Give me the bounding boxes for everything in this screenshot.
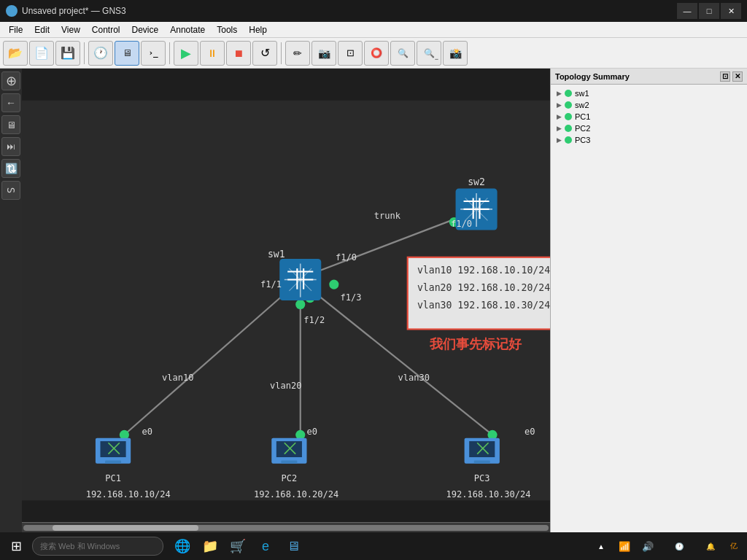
taskbar-time: 🕐: [661, 536, 697, 556]
new-file-button[interactable]: 📄: [29, 41, 54, 66]
hscroll-track[interactable]: [23, 525, 549, 531]
svg-text:e0: e0: [525, 427, 535, 437]
menu-file[interactable]: File: [3, 23, 28, 36]
topology-list: ▶ sw1 ▶ sw2 ▶ PC1 ▶ PC2 ▶ P: [551, 85, 747, 532]
taskbar: ⊞ 🌐 📁 🛒 e 🖥 ▲ 📶 🔊 🕐 🔔 亿: [0, 532, 747, 560]
taskbar-volume-icon[interactable]: 🔊: [638, 536, 658, 556]
menu-bar: File Edit View Control Device Annotate T…: [0, 22, 747, 38]
pan-button[interactable]: ⊕: [1, 71, 20, 90]
topo-item-pc3[interactable]: ▶ PC3: [554, 134, 744, 146]
forward-button[interactable]: ⏭: [1, 137, 20, 156]
topo-item-pc1[interactable]: ▶ PC1: [554, 111, 744, 122]
refresh-button[interactable]: 🔃: [1, 159, 20, 178]
topo-arrow-sw1: ▶: [557, 90, 562, 97]
oval-button[interactable]: ⭕: [364, 41, 389, 66]
topo-label-sw1: sw1: [575, 89, 589, 98]
svg-text:f1/0: f1/0: [336, 252, 357, 262]
svg-text:sw1: sw1: [268, 249, 285, 260]
stop-button[interactable]: ⏹: [226, 41, 251, 66]
svg-point-5: [329, 279, 338, 289]
topo-status-sw1: [565, 90, 572, 97]
menu-tools[interactable]: Tools: [211, 23, 243, 36]
svg-text:f1/3: f1/3: [341, 292, 362, 303]
svg-text:我们事先标记好: 我们事先标记好: [429, 337, 522, 351]
svg-text:vlan10: vlan10: [162, 373, 194, 383]
window-controls[interactable]: — □ ✕: [677, 3, 741, 19]
topo-arrow-pc3: ▶: [557, 136, 562, 144]
hscroll-thumb[interactable]: [53, 525, 198, 531]
devices-button[interactable]: 🖥: [115, 41, 139, 66]
reload-button[interactable]: ↺: [252, 41, 277, 66]
taskbar-app-store[interactable]: 🛒: [225, 534, 251, 559]
topo-arrow-pc1: ▶: [557, 113, 562, 120]
taskbar-app-explorer[interactable]: 📁: [197, 534, 223, 559]
window-title: Unsaved project* — GNS3: [22, 6, 126, 16]
taskbar-arrow-icon[interactable]: ▲: [591, 536, 611, 556]
menu-annotate[interactable]: Annotate: [164, 23, 211, 36]
taskbar-app-gns3[interactable]: 🖥: [280, 534, 306, 559]
svg-rect-38: [281, 460, 297, 463]
main-area: ⊕ ← 🖥 ⏭ 🔃 S: [0, 69, 747, 532]
topology-float-button[interactable]: ⊡: [720, 71, 730, 82]
svg-text:sw2: sw2: [468, 176, 485, 187]
topo-label-pc3: PC3: [575, 136, 590, 144]
console-button[interactable]: ›_: [141, 41, 166, 66]
svg-text:vlan10  192.168.10.10/24: vlan10 192.168.10.10/24: [417, 265, 550, 276]
zoom-in-button[interactable]: 🔍: [390, 41, 415, 66]
topology-close-button[interactable]: ✕: [732, 71, 743, 82]
topo-item-pc2[interactable]: ▶ PC2: [554, 122, 744, 134]
svg-text:e0: e0: [307, 427, 318, 437]
device-button[interactable]: 🖥: [1, 115, 20, 134]
close-button[interactable]: ✕: [721, 3, 741, 19]
screenshot-button[interactable]: 📷: [311, 41, 336, 66]
menu-view[interactable]: View: [55, 23, 86, 36]
topology-panel: Topology Summary ⊡ ✕ ▶ sw1 ▶ sw2 ▶ PC1: [550, 69, 747, 532]
left-sidebar: ⊕ ← 🖥 ⏭ 🔃 S: [0, 69, 22, 532]
taskbar-notification[interactable]: 🔔: [700, 536, 721, 556]
svg-text:e0: e0: [142, 427, 153, 437]
menu-help[interactable]: Help: [243, 23, 273, 36]
svg-text:vlan30: vlan30: [398, 373, 430, 383]
resize-button[interactable]: ⊡: [338, 41, 363, 66]
taskbar-app-ie[interactable]: 🌐: [169, 534, 196, 559]
menu-edit[interactable]: Edit: [28, 23, 55, 36]
annotate-button[interactable]: ✏: [285, 41, 310, 66]
menu-control[interactable]: Control: [86, 23, 126, 36]
maximize-button[interactable]: □: [699, 3, 719, 19]
taskbar-yisunyun[interactable]: 亿: [724, 536, 744, 556]
separator-1: [84, 42, 85, 64]
svg-point-7: [295, 300, 305, 309]
camera-button[interactable]: 📸: [443, 41, 468, 66]
network-diagram: sw2 sw1 PC1 e0 192.168.10.10/24 PC2 e0 1…: [22, 69, 550, 532]
svg-text:f1/0: f1/0: [451, 219, 472, 229]
topo-item-sw1[interactable]: ▶ sw1: [554, 88, 744, 99]
topology-title: Topology Summary: [555, 72, 630, 81]
svg-text:trunk: trunk: [374, 211, 401, 221]
snake-button[interactable]: S: [1, 181, 20, 200]
save-button[interactable]: 💾: [55, 41, 80, 66]
suspend-button[interactable]: ⏸: [200, 41, 225, 66]
taskbar-app-edge[interactable]: e: [252, 534, 279, 559]
start-button[interactable]: ▶: [174, 41, 198, 66]
topo-status-sw2: [565, 101, 572, 109]
menu-device[interactable]: Device: [126, 23, 165, 36]
topo-arrow-sw2: ▶: [557, 101, 562, 109]
svg-rect-33: [105, 460, 121, 463]
canvas-area[interactable]: sw2 sw1 PC1 e0 192.168.10.10/24 PC2 e0 1…: [22, 69, 550, 532]
separator-2: [169, 42, 170, 64]
recent-button[interactable]: 🕐: [88, 41, 113, 66]
start-button[interactable]: ⊞: [3, 534, 29, 559]
zoom-out-button[interactable]: 🔍−: [417, 41, 441, 66]
minimize-button[interactable]: —: [677, 3, 697, 19]
topo-item-sw2[interactable]: ▶ sw2: [554, 99, 744, 111]
svg-text:vlan30  192.168.10.30/24: vlan30 192.168.10.30/24: [417, 300, 550, 311]
topo-arrow-pc2: ▶: [557, 125, 562, 132]
svg-text:192.168.10.30/24: 192.168.10.30/24: [446, 489, 530, 499]
open-folder-button[interactable]: 📂: [3, 41, 28, 66]
topology-header: Topology Summary ⊡ ✕: [551, 69, 747, 85]
taskbar-network-icon[interactable]: 📶: [614, 536, 635, 556]
back-button[interactable]: ←: [1, 93, 20, 112]
topo-label-pc1: PC1: [575, 112, 590, 121]
topology-header-controls[interactable]: ⊡ ✕: [720, 71, 743, 82]
taskbar-search-input[interactable]: [32, 537, 163, 556]
